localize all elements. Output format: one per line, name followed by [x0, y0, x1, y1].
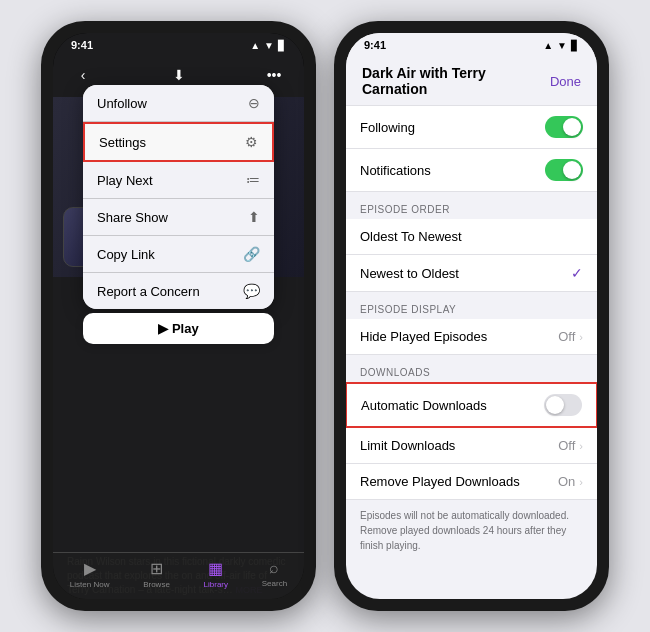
dropdown-copy-link[interactable]: Copy Link 🔗: [83, 236, 274, 273]
section-episode-order: EPISODE ORDER Oldest To Newest Newest to…: [346, 192, 597, 292]
copy-link-label: Copy Link: [97, 247, 155, 262]
tab-search[interactable]: ⌕ Search: [262, 559, 287, 589]
row-notifications: Notifications: [346, 149, 597, 192]
battery-icon: ▊: [278, 40, 286, 51]
right-status-icons: ▲ ▼ ▊: [543, 40, 579, 51]
play-next-icon: ≔: [246, 172, 260, 188]
library-icon: ▦: [208, 559, 223, 578]
left-phone: 9:41 ▲ ▼ ▊ ‹ ⬇ ••• 🎙 Dark: [41, 21, 316, 611]
row-oldest-newest[interactable]: Oldest To Newest: [346, 219, 597, 255]
right-status-bar: 9:41 ▲ ▼ ▊: [346, 33, 597, 53]
remove-played-label: Remove Played Downloads: [360, 474, 520, 489]
left-status-icons: ▲ ▼ ▊: [250, 40, 286, 51]
tab-browse[interactable]: ⊞ Browse: [143, 559, 170, 589]
following-toggle[interactable]: [545, 116, 583, 138]
following-toggle-knob: [563, 118, 581, 136]
dropdown-menu: Unfollow ⊖ Settings ⚙ Play Next ≔ Share …: [83, 85, 274, 309]
hide-played-value: Off ›: [558, 329, 583, 344]
row-automatic-downloads[interactable]: Automatic Downloads: [346, 382, 597, 428]
left-screen: 9:41 ▲ ▼ ▊ ‹ ⬇ ••• 🎙 Dark: [53, 33, 304, 599]
row-newest-oldest[interactable]: Newest to Oldest ✓: [346, 255, 597, 292]
dropdown-unfollow[interactable]: Unfollow ⊖: [83, 85, 274, 122]
right-time: 9:41: [364, 39, 386, 51]
library-label: Library: [204, 580, 228, 589]
section-episode-display: EPISODE DISPLAY Hide Played Episodes Off…: [346, 292, 597, 355]
hide-played-label: Hide Played Episodes: [360, 329, 487, 344]
left-status-bar: 9:41 ▲ ▼ ▊: [53, 33, 304, 53]
play-button[interactable]: ▶ Play: [83, 313, 274, 344]
settings-icon: ⚙: [245, 134, 258, 150]
newest-oldest-check: ✓: [571, 265, 583, 281]
downloads-header: DOWNLOADS: [346, 355, 597, 382]
tab-bar: ▶ Listen Now ⊞ Browse ▦ Library ⌕ Search: [53, 552, 304, 599]
right-signal-icon: ▲: [543, 40, 553, 51]
dropdown-share[interactable]: Share Show ⬆: [83, 199, 274, 236]
settings-label: Settings: [99, 135, 146, 150]
episode-order-header: EPISODE ORDER: [346, 192, 597, 219]
dropdown-overlay: Unfollow ⊖ Settings ⚙ Play Next ≔ Share …: [83, 85, 274, 344]
notifications-toggle[interactable]: [545, 159, 583, 181]
search-label: Search: [262, 579, 287, 588]
play-label: ▶ Play: [158, 321, 198, 336]
browse-label: Browse: [143, 580, 170, 589]
episode-display-header: EPISODE DISPLAY: [346, 292, 597, 319]
newest-oldest-label: Newest to Oldest: [360, 266, 459, 281]
right-phone: 9:41 ▲ ▼ ▊ Dark Air with Terry Carnation…: [334, 21, 609, 611]
search-icon: ⌕: [269, 559, 279, 577]
section-following: Following Notifications: [346, 105, 597, 192]
settings-podcast-title: Dark Air with Terry Carnation: [362, 65, 550, 97]
unfollow-icon: ⊖: [248, 95, 260, 111]
notifications-toggle-knob: [563, 161, 581, 179]
automatic-downloads-label: Automatic Downloads: [361, 398, 487, 413]
automatic-downloads-knob: [546, 396, 564, 414]
following-label: Following: [360, 120, 415, 135]
tab-listen-now[interactable]: ▶ Listen Now: [70, 559, 110, 589]
share-label: Share Show: [97, 210, 168, 225]
right-wifi-icon: ▼: [557, 40, 567, 51]
row-following: Following: [346, 105, 597, 149]
report-label: Report a Concern: [97, 284, 200, 299]
tab-library[interactable]: ▦ Library: [204, 559, 228, 589]
dropdown-report[interactable]: Report a Concern 💬: [83, 273, 274, 309]
row-remove-played[interactable]: Remove Played Downloads On ›: [346, 464, 597, 500]
right-screen: 9:41 ▲ ▼ ▊ Dark Air with Terry Carnation…: [346, 33, 597, 599]
row-hide-played[interactable]: Hide Played Episodes Off ›: [346, 319, 597, 355]
browse-icon: ⊞: [150, 559, 163, 578]
listen-now-label: Listen Now: [70, 580, 110, 589]
limit-downloads-value: Off ›: [558, 438, 583, 453]
downloads-info-text: Episodes will not be automatically downl…: [346, 500, 597, 561]
unfollow-label: Unfollow: [97, 96, 147, 111]
share-icon: ⬆: [248, 209, 260, 225]
report-icon: 💬: [243, 283, 260, 299]
play-next-label: Play Next: [97, 173, 153, 188]
left-time: 9:41: [71, 39, 93, 51]
oldest-newest-label: Oldest To Newest: [360, 229, 462, 244]
signal-icon: ▲: [250, 40, 260, 51]
dropdown-settings[interactable]: Settings ⚙: [83, 122, 274, 162]
remove-played-value: On ›: [558, 474, 583, 489]
section-downloads: DOWNLOADS Automatic Downloads Limit Down…: [346, 355, 597, 500]
row-limit-downloads[interactable]: Limit Downloads Off ›: [346, 428, 597, 464]
notifications-label: Notifications: [360, 163, 431, 178]
settings-header: Dark Air with Terry Carnation Done: [346, 57, 597, 105]
automatic-downloads-toggle[interactable]: [544, 394, 582, 416]
dropdown-play-next[interactable]: Play Next ≔: [83, 162, 274, 199]
limit-downloads-label: Limit Downloads: [360, 438, 455, 453]
wifi-icon: ▼: [264, 40, 274, 51]
right-battery-icon: ▊: [571, 40, 579, 51]
hide-played-chevron: ›: [579, 331, 583, 343]
done-button[interactable]: Done: [550, 74, 581, 89]
limit-downloads-chevron: ›: [579, 440, 583, 452]
copy-link-icon: 🔗: [243, 246, 260, 262]
listen-now-icon: ▶: [84, 559, 96, 578]
remove-played-chevron: ›: [579, 476, 583, 488]
